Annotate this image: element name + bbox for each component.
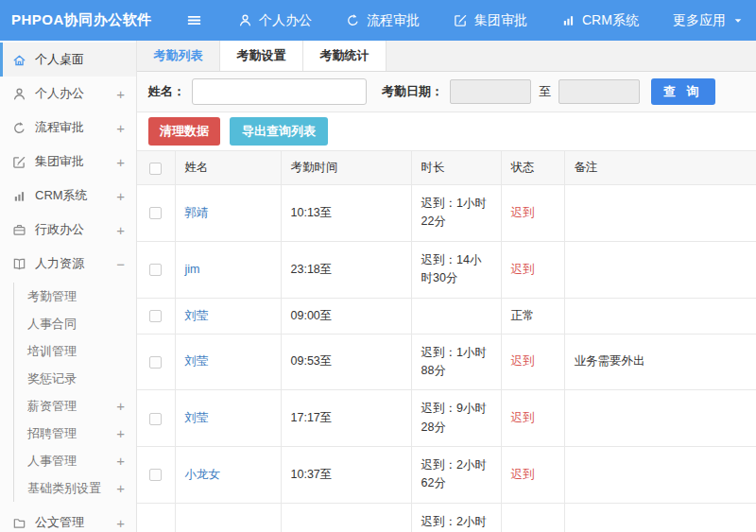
row-select-cell xyxy=(137,447,175,504)
sidebar-item[interactable]: 流程审批+ xyxy=(0,111,136,145)
topnav-item[interactable]: 更多应用 xyxy=(673,12,744,29)
sidebar-subitem[interactable]: 奖惩记录 xyxy=(14,365,136,392)
document-icon xyxy=(12,516,26,530)
expander-icon[interactable]: + xyxy=(116,155,125,169)
expander-icon[interactable]: + xyxy=(116,223,125,237)
select-all-checkbox[interactable] xyxy=(149,163,162,175)
sidebar-subitem[interactable]: 招聘管理+ xyxy=(14,420,136,447)
sidebar-item[interactable]: CRM系统+ xyxy=(0,179,136,213)
employee-name-link[interactable]: 刘莹 xyxy=(185,309,209,322)
expander-icon[interactable]: − xyxy=(116,257,125,271)
row-checkbox[interactable] xyxy=(149,207,162,219)
date-end-input[interactable] xyxy=(558,79,640,104)
caret-down-icon xyxy=(732,15,744,26)
status-cell: 迟到 xyxy=(501,241,564,298)
status-cell: 正常 xyxy=(501,298,564,334)
expander-icon[interactable]: + xyxy=(116,87,125,101)
topnav-item[interactable]: 集团审批 xyxy=(454,12,527,29)
duration-line: 迟到：1小时88分 xyxy=(421,344,491,381)
user-icon xyxy=(238,13,252,27)
row-checkbox[interactable] xyxy=(149,264,162,276)
sidebar-item-label: CRM系统 xyxy=(35,187,88,204)
expander-icon[interactable]: + xyxy=(116,516,125,530)
duration-line: 迟到：1小时22分 xyxy=(421,195,491,232)
sidebar-item[interactable]: 公文管理+ xyxy=(0,506,136,532)
tab-active[interactable]: 考勤列表 xyxy=(137,41,220,71)
date-start-input[interactable] xyxy=(450,79,531,104)
sidebar-item[interactable]: 个人办公+ xyxy=(0,77,136,111)
remark-cell xyxy=(564,447,756,504)
topnav-item[interactable]: 个人办公 xyxy=(238,12,312,29)
sidebar-item[interactable]: 人力资源− xyxy=(0,247,136,281)
sidebar-subitem[interactable]: 薪资管理+ xyxy=(14,392,136,420)
tab-inactive[interactable]: 考勤设置 xyxy=(220,41,303,71)
column-header: 时长 xyxy=(411,151,501,185)
remark-cell xyxy=(564,185,756,242)
sidebar-subitem[interactable]: 人事管理+ xyxy=(14,447,136,474)
employee-name-link[interactable]: 郭靖 xyxy=(185,206,209,219)
top-nav: 个人办公流程审批集团审批CRM系统更多应用 xyxy=(238,12,744,29)
duration-cell xyxy=(411,298,501,334)
sidebar-item-label: 公文管理 xyxy=(35,514,84,531)
topnav-item-label: 更多应用 xyxy=(673,12,726,29)
table-row: 小龙女10:37至迟到：2小时62分迟到 xyxy=(137,447,756,504)
remark-cell: 1111 xyxy=(564,503,756,532)
table-row: 刘莹09:00至正常 xyxy=(137,298,756,334)
status-badge: 迟到 xyxy=(511,206,535,219)
sidebar-item[interactable]: 行政办公+ xyxy=(0,213,136,247)
table-row: 郭靖10:13至迟到：1小时22分迟到 xyxy=(137,185,756,242)
sidebar-item[interactable]: 集团审批+ xyxy=(0,145,136,179)
expander-icon[interactable]: + xyxy=(116,426,125,440)
topbar: PHPOA协同办公软件 个人办公流程审批集团审批CRM系统更多应用 xyxy=(0,0,756,41)
workflow-icon xyxy=(12,121,26,135)
sidebar-subitem[interactable]: 人事合同 xyxy=(14,310,136,337)
clean-data-button[interactable]: 清理数据 xyxy=(148,117,220,146)
sidebar-subitem[interactable]: 考勤管理 xyxy=(14,283,136,310)
column-header: 状态 xyxy=(501,151,564,185)
employee-name-link[interactable]: 刘莹 xyxy=(185,354,209,368)
row-checkbox[interactable] xyxy=(149,469,162,481)
row-checkbox[interactable] xyxy=(149,356,162,369)
sidebar-subitem[interactable]: 基础类别设置+ xyxy=(14,474,136,502)
expander-icon[interactable]: + xyxy=(116,189,125,203)
expander-icon[interactable]: + xyxy=(116,481,125,495)
row-checkbox[interactable] xyxy=(149,413,162,425)
duration-line: 迟到：9小时28分 xyxy=(421,400,491,437)
employee-name-link[interactable]: 小龙女 xyxy=(185,468,221,481)
table-row: 刘莹17:17至迟到：9小时28分迟到 xyxy=(137,390,756,447)
duration-cell: 迟到：2小时62分 xyxy=(411,447,501,504)
duration-line: 迟到：2小时90分 xyxy=(421,513,491,532)
time-cell: 10:13至 xyxy=(281,185,411,242)
export-list-button[interactable]: 导出查询列表 xyxy=(230,117,328,146)
employee-name-link[interactable]: 刘莹 xyxy=(185,411,209,424)
sidebar-item-label: 行政办公 xyxy=(35,221,84,238)
row-checkbox[interactable] xyxy=(149,310,162,322)
query-button[interactable]: 查 询 xyxy=(651,78,715,105)
status-cell: 迟到 xyxy=(501,334,564,390)
employee-name-link[interactable]: jim xyxy=(185,263,200,276)
app-root: PHPOA协同办公软件 个人办公流程审批集团审批CRM系统更多应用 个人桌面个人… xyxy=(0,0,756,532)
actions-bar: 清理数据 导出查询列表 xyxy=(137,112,756,150)
sidebar-item[interactable]: 个人桌面 xyxy=(0,43,136,77)
expander-icon[interactable]: + xyxy=(116,121,125,135)
remark-cell xyxy=(564,241,756,298)
tab-bar: 考勤列表考勤设置考勤统计 xyxy=(137,41,756,72)
topnav-item[interactable]: CRM系统 xyxy=(561,12,639,29)
time-cell: 09:53至 xyxy=(281,334,411,390)
workflow-icon xyxy=(346,13,360,27)
row-select-cell xyxy=(137,390,175,447)
sidebar-item-label: 个人桌面 xyxy=(35,51,84,68)
expander-icon[interactable]: + xyxy=(116,399,125,413)
expander-icon[interactable]: + xyxy=(116,454,125,468)
row-select-cell xyxy=(137,334,175,390)
sidebar-subitem[interactable]: 培训管理 xyxy=(14,337,136,365)
name-cell: 小龙女 xyxy=(175,447,281,504)
hamburger-icon[interactable] xyxy=(186,12,202,28)
tab-inactive[interactable]: 考勤统计 xyxy=(303,41,387,71)
app-title: PHPOA协同办公软件 xyxy=(11,11,186,29)
row-select-cell xyxy=(137,298,175,334)
duration-cell: 迟到：14小时30分 xyxy=(411,241,501,298)
row-select-cell xyxy=(137,241,175,298)
topnav-item[interactable]: 流程审批 xyxy=(346,12,420,29)
name-input[interactable] xyxy=(192,78,367,105)
